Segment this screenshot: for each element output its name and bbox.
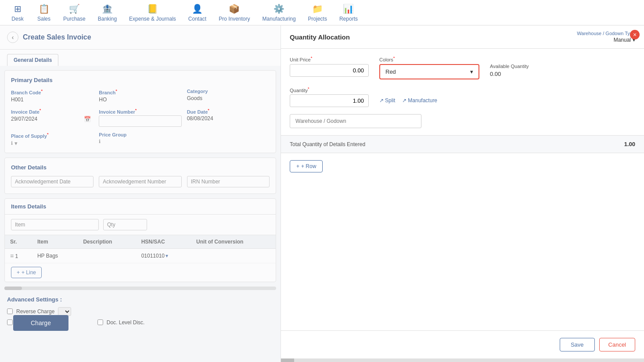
- item-search-input[interactable]: [11, 219, 99, 230]
- ack-date-field[interactable]: [11, 176, 94, 187]
- ack-date-input[interactable]: [11, 176, 94, 187]
- nav-desk-label: Desk: [11, 16, 23, 22]
- nav-purchase-label: Purchase: [63, 16, 86, 22]
- nav-purchase[interactable]: 🛒 Purchase: [57, 0, 92, 25]
- ack-number-field[interactable]: [99, 176, 181, 187]
- other-details-title: Other Details: [11, 164, 270, 171]
- inventory-icon: 📦: [229, 4, 240, 14]
- main-layout: ‹ Create Sales Invoice General Details P…: [0, 25, 644, 362]
- colors-label: Colors*: [379, 56, 479, 62]
- charge-button[interactable]: Charge: [13, 315, 68, 331]
- nav-manufacturing[interactable]: ⚙️ Manufacturing: [256, 0, 302, 25]
- add-line-label: + Line: [22, 269, 36, 276]
- add-line-button[interactable]: + + Line: [11, 267, 42, 278]
- items-table: Sr. Item Description HSN/SAC Unit of Con…: [5, 235, 276, 263]
- items-search-bar: [5, 215, 276, 235]
- branch-label: Branch*: [99, 89, 181, 95]
- page-title: Create Sales Invoice: [23, 33, 91, 41]
- price-group-field: Price Group ℹ: [99, 132, 181, 147]
- quantity-row: Quantity* ↗ Split ↗ Manufacture: [290, 86, 635, 108]
- back-button[interactable]: ‹: [7, 32, 18, 43]
- top-fields-row: Unit Price* Colors* Red ▾: [290, 56, 635, 79]
- cancel-button[interactable]: Cancel: [599, 338, 635, 351]
- split-link[interactable]: ↗ Split: [379, 97, 395, 104]
- nav-manufacturing-label: Manufacturing: [263, 16, 296, 22]
- branch-field: Branch* HO: [99, 89, 181, 103]
- items-header: Items Details: [5, 199, 276, 215]
- unit-price-label: Unit Price*: [290, 56, 369, 62]
- add-row-button[interactable]: + + Row: [290, 160, 323, 172]
- left-panel: ‹ Create Sales Invoice General Details P…: [0, 25, 281, 362]
- tab-bar: General Details: [0, 50, 281, 66]
- row-description: [78, 248, 136, 263]
- ack-number-input[interactable]: [99, 176, 181, 187]
- nav-contact[interactable]: 👤 Contact: [182, 0, 212, 25]
- primary-details-section: Primary Details Branch Code* H001 Branch…: [4, 70, 276, 153]
- manufacture-link[interactable]: ↗ Manufacture: [402, 97, 437, 104]
- nav-projects[interactable]: 📁 Projects: [302, 0, 333, 25]
- invoice-number-field: Invoice Number*: [99, 108, 181, 127]
- quantity-input[interactable]: [290, 94, 369, 107]
- reverse-charge-select[interactable]: [58, 307, 71, 316]
- promotion-discount-checkbox[interactable]: [7, 319, 13, 325]
- due-date-value: 08/08/2024: [187, 115, 270, 122]
- warehouse-input[interactable]: [290, 114, 421, 128]
- row-hsn: 01011010 ▾: [136, 248, 191, 263]
- unit-price-field: Unit Price*: [290, 56, 369, 77]
- invoice-date-field[interactable]: Invoice Date* 29/07/2024 📅: [11, 108, 94, 127]
- invoice-number-input[interactable]: [99, 115, 181, 127]
- row-item: HP Bags: [32, 248, 78, 263]
- col-description: Description: [78, 235, 136, 249]
- place-of-supply-label: Place of Supply*: [11, 132, 94, 139]
- close-button[interactable]: ×: [630, 30, 640, 39]
- unit-price-input[interactable]: [290, 64, 369, 77]
- qty-input[interactable]: [103, 219, 147, 230]
- nav-sales-label: Sales: [37, 16, 50, 22]
- colors-select[interactable]: Red ▾: [381, 66, 478, 78]
- nav-expense-label: Expense & Journals: [129, 16, 176, 22]
- col-sr: Sr.: [5, 235, 32, 249]
- split-icon: ↗: [379, 97, 384, 104]
- manufacture-icon: ↗: [402, 97, 407, 104]
- place-of-supply-field[interactable]: Place of Supply* ℹ ▾: [11, 132, 94, 147]
- col-uoc: Unit of Conversion: [191, 235, 276, 249]
- doc-level-disc-checkbox[interactable]: [97, 319, 103, 325]
- reverse-charge-checkbox[interactable]: [7, 308, 13, 314]
- items-section: Items Details Sr. Item Description HSN/S…: [4, 198, 276, 282]
- other-details-section: Other Details: [4, 158, 276, 194]
- page-header: ‹ Create Sales Invoice: [0, 25, 281, 50]
- save-button[interactable]: Save: [560, 338, 595, 351]
- available-quantity-field: Available Quantity 0.00: [490, 64, 529, 77]
- modal-scrollbar-thumb[interactable]: [281, 358, 294, 362]
- calendar-icon: 📅: [84, 115, 91, 122]
- modal-title: Quantity Allocation: [290, 33, 350, 41]
- nav-banking[interactable]: 🏦 Banking: [92, 0, 123, 25]
- price-group-info-icon: ℹ: [99, 139, 101, 144]
- info-icon: ℹ: [11, 140, 13, 146]
- doc-level-disc-row: Doc. Level Disc.: [97, 319, 145, 326]
- nav-sales[interactable]: 📋 Sales: [31, 0, 57, 25]
- items-title: Items Details: [11, 203, 46, 210]
- branch-value: HO: [99, 97, 181, 103]
- irn-field[interactable]: [187, 176, 270, 187]
- nav-desk[interactable]: ⊞ Desk: [4, 0, 31, 25]
- due-date-field[interactable]: Due Date* 08/08/2024: [187, 108, 270, 127]
- row-drag-handle[interactable]: ≡ 1: [5, 248, 32, 263]
- nav-pro-inventory[interactable]: 📦 Pro Inventory: [212, 0, 256, 25]
- branch-code-field: Branch Code* H001: [11, 89, 94, 103]
- sales-icon: 📋: [39, 4, 50, 14]
- nav-expense[interactable]: 📒 Expense & Journals: [123, 0, 182, 25]
- quantity-field: Quantity*: [290, 86, 369, 108]
- scrollbar-thumb[interactable]: [4, 287, 22, 290]
- invoice-date-value: 29/07/2024: [11, 116, 37, 122]
- horizontal-scrollbar[interactable]: [4, 287, 276, 290]
- reverse-charge-row: Reverse Charge: [7, 307, 71, 316]
- price-group-label: Price Group: [99, 132, 181, 137]
- nav-reports[interactable]: 📊 Reports: [333, 0, 364, 25]
- irn-input[interactable]: [187, 176, 270, 187]
- tab-general-details[interactable]: General Details: [7, 54, 58, 66]
- contact-icon: 👤: [192, 4, 203, 14]
- plus-icon: +: [17, 269, 20, 276]
- modal-bottom-scrollbar[interactable]: [281, 358, 644, 362]
- charge-button-area: Charge: [0, 330, 281, 344]
